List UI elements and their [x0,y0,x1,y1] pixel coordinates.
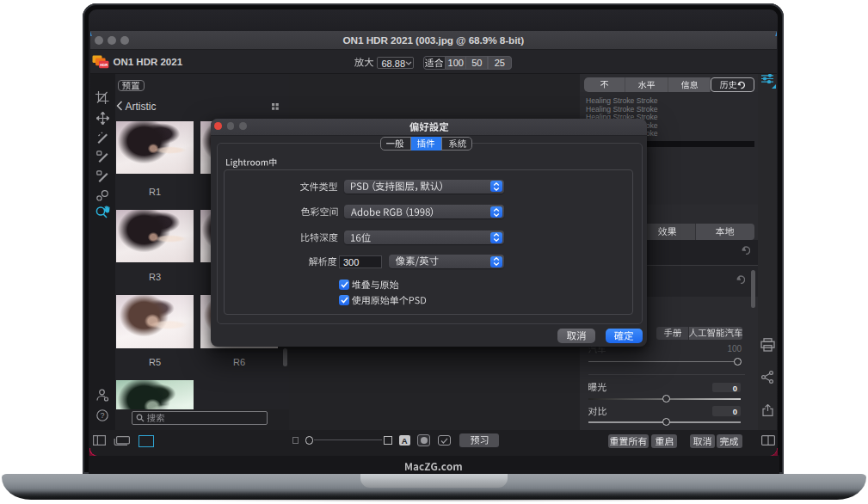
svg-text:HDR: HDR [100,63,108,67]
svg-text:?: ? [100,411,104,420]
